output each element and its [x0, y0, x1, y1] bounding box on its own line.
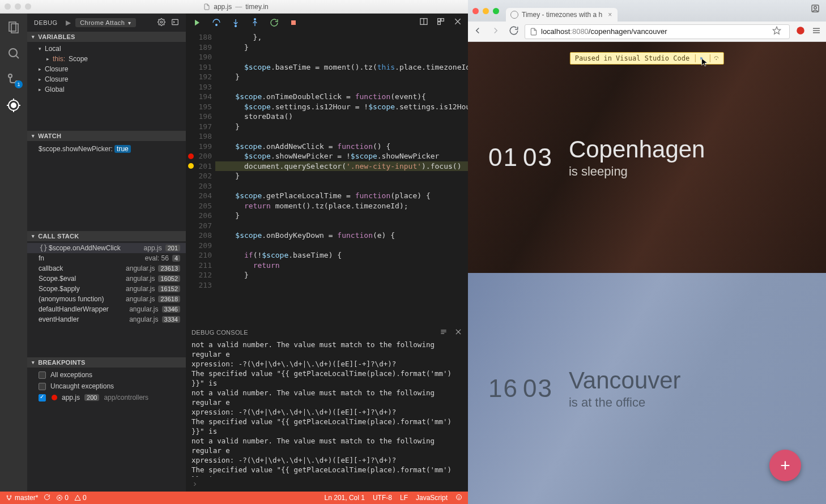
scope-global[interactable]: ▸Global	[27, 84, 186, 95]
step-over-button[interactable]	[211, 17, 222, 28]
close-tab-icon[interactable]: ×	[608, 11, 612, 19]
debug-title: DEBUG	[34, 19, 58, 26]
split-editor-icon[interactable]	[419, 17, 428, 28]
var-this[interactable]: ▸this: Scope	[27, 54, 186, 64]
debug-config-dropdown[interactable]: Chrome Attach ▾	[75, 18, 136, 27]
chrome-window: Timey - timezones with a h × localhost:8…	[468, 0, 826, 504]
svg-point-4	[8, 74, 12, 78]
city-panel-vancouver[interactable]: 1603 Vancouver is at the office +	[468, 273, 826, 504]
tab-title: Timey - timezones with a h	[522, 11, 602, 19]
search-icon[interactable]	[6, 45, 22, 61]
svg-point-15	[216, 24, 218, 25]
address-bar[interactable]: localhost:8080/copenhagen/vancouver	[525, 24, 790, 39]
step-out-button[interactable]	[249, 17, 261, 28]
console-input[interactable]	[186, 477, 468, 492]
menu-icon[interactable]	[811, 25, 821, 38]
more-icon[interactable]	[436, 17, 445, 28]
add-city-button[interactable]: +	[769, 450, 801, 481]
close-console-icon[interactable]	[454, 328, 462, 337]
debug-sidebar: DEBUG ▶ Chrome Attach ▾ ▾VARIABLES	[27, 14, 186, 492]
city-name: Copenhagen	[569, 136, 705, 163]
browser-tab[interactable]: Timey - timezones with a h ×	[506, 8, 618, 22]
clear-console-icon[interactable]	[440, 328, 448, 337]
chrome-traffic-lights[interactable]	[472, 8, 499, 14]
checkbox[interactable]	[39, 371, 46, 379]
callstack-frame[interactable]: eventHandlerangular.js3334	[27, 314, 186, 324]
back-button[interactable]	[472, 25, 483, 38]
scope-local[interactable]: ▾Local	[27, 44, 186, 54]
debug-icon[interactable]	[6, 97, 22, 113]
callstack-frame[interactable]: Scope.$evalangular.js16052	[27, 274, 186, 284]
file-icon	[203, 3, 210, 10]
mouse-cursor-icon	[700, 58, 709, 69]
eol[interactable]: LF	[400, 494, 408, 502]
profile-icon[interactable]	[810, 3, 820, 16]
city-panel-copenhagen[interactable]: 0103 Copenhagen is sleeping	[468, 42, 826, 273]
watch-expression[interactable]: $scope.showNewPicker: true	[27, 143, 186, 155]
svg-point-40	[458, 496, 458, 497]
callstack-section-header[interactable]: ▾CALL STACK	[27, 231, 186, 241]
scope-closure-1[interactable]: ▸Closure	[27, 64, 186, 74]
reload-button[interactable]	[509, 25, 519, 38]
svg-marker-14	[195, 19, 199, 25]
start-config-icon[interactable]: ▶	[66, 19, 71, 27]
step-into-button[interactable]	[230, 17, 241, 28]
breakpoint-row[interactable]: app.js200app/controllers	[27, 392, 186, 403]
continue-button[interactable]	[191, 17, 203, 28]
svg-point-50	[716, 59, 717, 59]
variables-section-header[interactable]: ▾VARIABLES	[27, 32, 186, 42]
console-icon[interactable]	[171, 18, 179, 28]
svg-point-17	[235, 25, 237, 27]
checkbox[interactable]	[39, 383, 46, 390]
adblock-icon[interactable]	[795, 25, 806, 38]
explorer-icon[interactable]	[6, 19, 22, 35]
debug-toolbar	[186, 14, 468, 32]
breakpoints-section-header[interactable]: ▾BREAKPOINTS	[27, 357, 186, 368]
callstack-frame[interactable]: Scope.$applyangular.js16152	[27, 284, 186, 294]
forward-button[interactable]	[491, 25, 501, 38]
language-mode[interactable]: JavaScript	[416, 494, 448, 502]
git-icon[interactable]: 1	[6, 71, 22, 87]
close-editor-icon[interactable]	[453, 17, 462, 28]
callstack-frame[interactable]: fneval: 564	[27, 253, 186, 263]
step-icon[interactable]	[710, 54, 719, 62]
sync-icon[interactable]	[44, 494, 50, 502]
callstack-frame[interactable]: callbackangular.js23613	[27, 263, 186, 274]
svg-point-45	[797, 27, 804, 35]
checkbox[interactable]	[39, 394, 46, 402]
encoding[interactable]: UTF-8	[373, 494, 392, 502]
restart-button[interactable]	[269, 17, 280, 28]
callstack-frame[interactable]: {}$scope.onAddNewClickapp.js201	[27, 243, 186, 253]
svg-point-43	[814, 6, 817, 9]
warnings-indicator[interactable]: 0	[74, 494, 87, 502]
svg-rect-23	[438, 18, 441, 21]
time-display: 1603	[488, 374, 553, 403]
scope-closure-2[interactable]: ▸Closure	[27, 74, 186, 84]
status-bar: master* 0 0 Ln 201, Col 1 UTF-8 LF JavaS…	[0, 492, 468, 504]
cursor-position[interactable]: Ln 201, Col 1	[325, 494, 365, 502]
svg-point-34	[10, 496, 11, 497]
errors-indicator[interactable]: 0	[56, 494, 69, 502]
callstack-frame[interactable]: defaultHandlerWrapperangular.js3346	[27, 304, 186, 314]
activity-bar: 1	[0, 14, 27, 492]
svg-marker-44	[773, 27, 780, 34]
gear-icon[interactable]	[157, 18, 165, 28]
svg-point-19	[254, 18, 256, 20]
console-output[interactable]: not a valid number. The value must match…	[186, 340, 468, 477]
stop-button[interactable]	[288, 17, 299, 28]
bookmark-icon[interactable]	[772, 26, 785, 37]
svg-point-11	[11, 103, 16, 108]
debug-header: DEBUG ▶ Chrome Attach ▾	[27, 14, 186, 32]
watch-section-header[interactable]: ▾WATCH	[27, 131, 186, 141]
city-status: is at the office	[569, 395, 681, 410]
chrome-toolbar: localhost:8080/copenhagen/vancouver	[468, 22, 826, 42]
branch-indicator[interactable]: master*	[6, 494, 38, 502]
svg-point-39	[457, 494, 462, 499]
titlebar-filename: app.js — timey.in	[31, 3, 441, 11]
breakpoint-row[interactable]: All exceptions	[27, 369, 186, 381]
code-editor[interactable]: 1881891901911921931941951961971981992002…	[186, 32, 468, 324]
callstack-frame[interactable]: (anonymous function)angular.js23618	[27, 294, 186, 304]
traffic-lights[interactable]	[5, 3, 31, 10]
breakpoint-row[interactable]: Uncaught exceptions	[27, 381, 186, 392]
feedback-icon[interactable]	[455, 494, 462, 502]
